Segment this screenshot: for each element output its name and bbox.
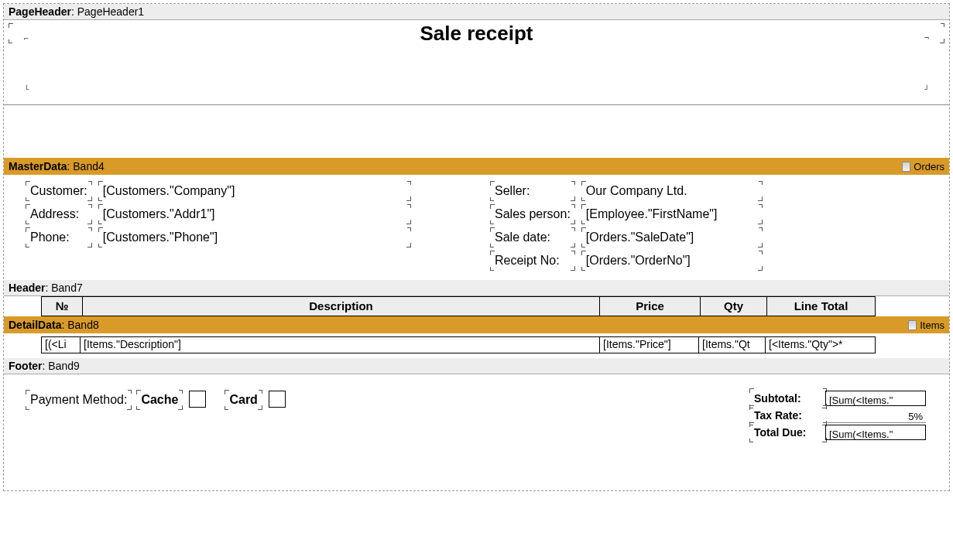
band-type: Header <box>9 282 45 294</box>
master-data-body[interactable]: Customer: Address: Phone: [Customers."Co… <box>4 175 949 280</box>
field-salesperson[interactable]: [Employee."FirstName"] <box>583 206 761 223</box>
band-gap[interactable] <box>4 105 949 158</box>
cell-linetotal[interactable]: [<Items."Qty">* <box>766 337 873 353</box>
dataset-link[interactable]: Items <box>908 319 944 331</box>
master-data-band-caption[interactable]: MasterData: Band4 Orders <box>4 158 949 175</box>
band-name: : PageHeader1 <box>71 5 144 18</box>
report-page[interactable]: PageHeader: PageHeader1 ⌐¬└┘ Sale receip… <box>3 3 950 491</box>
header-band-caption[interactable]: Header: Band7 <box>4 280 949 296</box>
page-header-body[interactable]: ⌐¬└┘ Sale receipt <box>4 20 949 105</box>
detail-body[interactable]: [(<Li [Items."Description"] [Items."Pric… <box>4 333 949 358</box>
dataset-name: Items <box>920 319 944 331</box>
checkbox-card[interactable] <box>269 391 286 408</box>
band-name: : Band7 <box>45 282 82 294</box>
label-seller[interactable]: Seller: <box>492 183 574 200</box>
label-totaldue[interactable]: Total Due: <box>751 424 825 441</box>
label-salesperson[interactable]: Sales person: <box>492 206 574 223</box>
band-name: : Band9 <box>43 360 80 372</box>
band-type: MasterData <box>9 160 67 172</box>
band-type: PageHeader <box>9 5 71 18</box>
label-taxrate[interactable]: Tax Rate: <box>751 407 825 424</box>
detail-data-band[interactable]: DetailData: Band8 Items [(<Li [Items."De… <box>4 316 949 358</box>
page-header-band[interactable]: PageHeader: PageHeader1 ⌐¬└┘ Sale receip… <box>4 4 949 105</box>
col-description[interactable]: Description <box>83 297 600 316</box>
footer-body[interactable]: Payment Method: Cache Card Subtotal: [Su… <box>4 374 949 490</box>
field-taxrate[interactable]: 5% <box>825 408 926 423</box>
field-totaldue[interactable]: [Sum(<Items." <box>825 425 926 440</box>
footer-band-caption[interactable]: Footer: Band9 <box>4 358 949 374</box>
band-type: DetailData <box>9 319 61 331</box>
band-name: : Band8 <box>61 319 98 331</box>
cell-description[interactable]: [Items."Description"] <box>81 337 600 353</box>
column-headers[interactable]: № Description Price Qty Line Total <box>41 296 876 316</box>
col-price[interactable]: Price <box>600 297 701 316</box>
field-subtotal[interactable]: [Sum(<Items." <box>825 391 926 406</box>
detail-row[interactable]: [(<Li [Items."Description"] [Items."Pric… <box>41 336 876 353</box>
band-type: Footer <box>9 360 43 372</box>
field-saledate[interactable]: [Orders."SaleDate"] <box>583 229 761 246</box>
field-address[interactable]: [Customers."Addr1"] <box>100 206 410 223</box>
field-receiptno[interactable]: [Orders."OrderNo"] <box>583 252 761 269</box>
field-customer[interactable]: [Customers."Company"] <box>100 183 410 200</box>
field-seller[interactable]: Our Company Ltd. <box>583 183 761 200</box>
col-num[interactable]: № <box>42 297 83 316</box>
cell-qty[interactable]: [Items."Qt <box>699 337 766 353</box>
label-address[interactable]: Address: <box>27 206 91 223</box>
header-band[interactable]: Header: Band7 № Description Price Qty Li… <box>4 280 949 316</box>
page-header-band-caption[interactable]: PageHeader: PageHeader1 <box>4 4 949 20</box>
label-subtotal[interactable]: Subtotal: <box>751 390 825 407</box>
band-name: : Band4 <box>67 160 104 172</box>
label-card[interactable]: Card <box>226 391 260 408</box>
label-payment-method[interactable]: Payment Method: <box>27 391 130 408</box>
header-body[interactable]: № Description Price Qty Line Total <box>4 296 949 316</box>
field-phone[interactable]: [Customers."Phone"] <box>100 229 410 246</box>
col-qty[interactable]: Qty <box>701 297 767 316</box>
dataset-icon <box>908 320 917 330</box>
cell-line[interactable]: [(<Li <box>42 337 81 353</box>
master-data-band[interactable]: MasterData: Band4 Orders Customer: Addre… <box>4 158 949 280</box>
title-field[interactable]: Sale receipt <box>10 25 943 42</box>
checkbox-cache[interactable] <box>189 391 206 408</box>
detail-band-caption[interactable]: DetailData: Band8 Items <box>4 316 949 333</box>
dataset-icon <box>902 162 910 172</box>
title-text: Sale receipt <box>420 22 533 45</box>
footer-band[interactable]: Footer: Band9 Payment Method: Cache Card… <box>4 358 949 490</box>
label-saledate[interactable]: Sale date: <box>492 229 574 246</box>
label-phone[interactable]: Phone: <box>27 229 91 246</box>
label-customer[interactable]: Customer: <box>27 183 91 200</box>
dataset-link[interactable]: Orders <box>902 161 944 172</box>
dataset-name: Orders <box>914 161 944 172</box>
cell-price[interactable]: [Items."Price"] <box>600 337 699 353</box>
col-linetotal[interactable]: Line Total <box>767 297 875 316</box>
label-cache[interactable]: Cache <box>138 391 181 408</box>
label-receiptno[interactable]: Receipt No: <box>492 252 574 269</box>
